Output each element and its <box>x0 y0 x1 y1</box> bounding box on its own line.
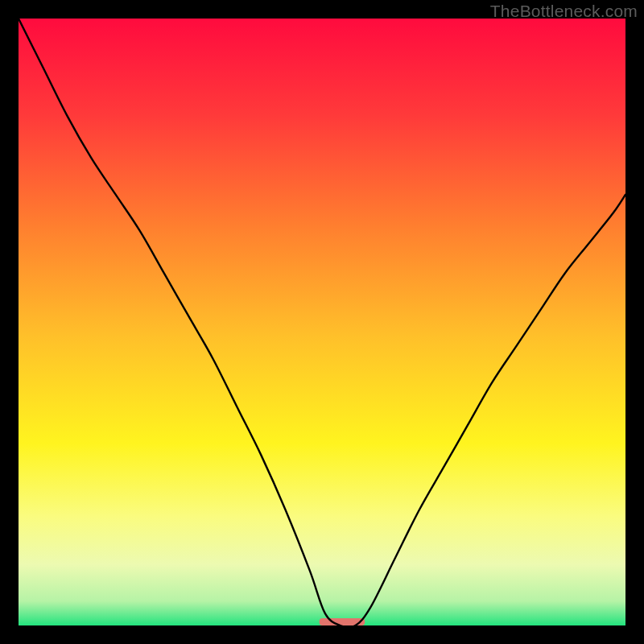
chart-frame: TheBottleneck.com <box>0 0 644 644</box>
bottleneck-chart <box>19 19 625 625</box>
plot-background <box>19 19 625 625</box>
